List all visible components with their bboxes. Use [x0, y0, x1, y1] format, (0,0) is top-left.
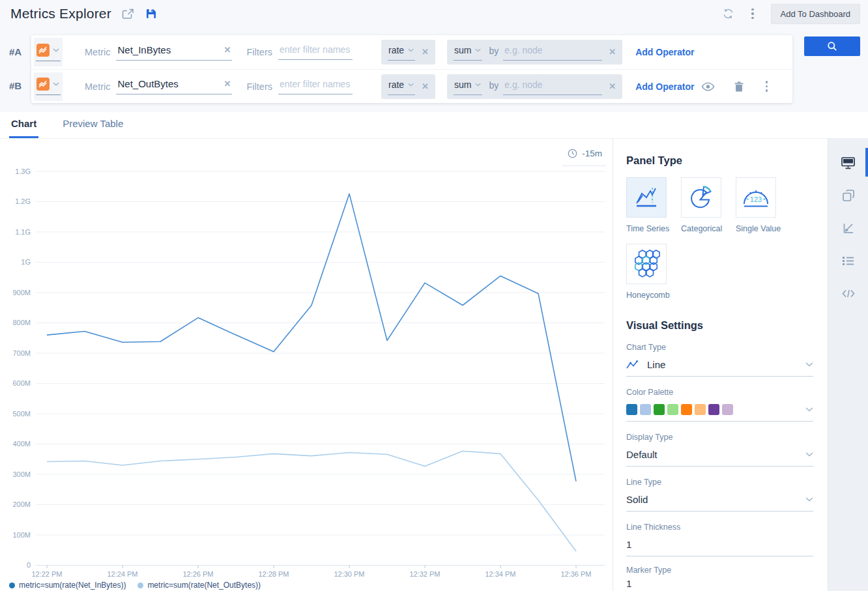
code-icon	[842, 289, 855, 298]
operator-select-a[interactable]: rate	[388, 45, 415, 61]
chevron-down-icon	[475, 48, 481, 52]
rail-display-button[interactable]	[828, 147, 868, 179]
share-button[interactable]	[122, 8, 134, 20]
legend-item-net-outbytes[interactable]: metric=sum(rate(Net_OutBytes))	[137, 581, 261, 590]
save-button[interactable]	[146, 8, 156, 19]
color-palette-label: Color Palette	[626, 388, 813, 397]
chart-toolbar: -15m	[0, 139, 613, 166]
svg-text:12:22 PM: 12:22 PM	[31, 570, 62, 578]
chevron-down-icon	[805, 452, 813, 457]
remove-aggregation-icon[interactable]: ✕	[609, 48, 616, 56]
metric-label: Metric	[85, 47, 110, 57]
metric-value: Net_OutBytes	[117, 78, 178, 89]
aggregation-select-b[interactable]: sum	[454, 79, 482, 95]
by-label: by	[489, 46, 499, 56]
aggregation-select-a[interactable]: sum	[454, 45, 482, 61]
top-bar: Metrics Explorer	[0, 0, 868, 26]
svg-text:12:36 PM: 12:36 PM	[560, 570, 591, 578]
line-thickness-input[interactable]: 1	[626, 539, 813, 556]
list-icon	[842, 256, 854, 266]
display-type-select[interactable]: Default	[626, 449, 813, 467]
filters-input-a[interactable]: enter filter names	[278, 44, 353, 60]
query-row-a: Metric Net_InBytes ✕ Filters enter filte…	[31, 35, 792, 69]
right-icon-rail	[828, 139, 868, 591]
panel-type-time-series-tile[interactable]	[626, 177, 667, 218]
query-row-actions	[701, 79, 771, 93]
remove-operator-icon[interactable]: ✕	[422, 48, 429, 56]
metric-type-select-a[interactable]	[34, 38, 63, 66]
svg-text:1.3G: 1.3G	[15, 167, 31, 175]
svg-text:400M: 400M	[12, 440, 31, 448]
svg-text:12:28 PM: 12:28 PM	[258, 570, 289, 578]
metric-input-b[interactable]: Net_OutBytes ✕	[116, 78, 232, 94]
clear-metric-icon[interactable]: ✕	[224, 79, 231, 88]
metric-value: Net_InBytes	[117, 44, 171, 55]
add-to-dashboard-button[interactable]: Add To Dashboard	[771, 4, 860, 24]
palette-swatch	[708, 404, 719, 415]
query-more-options-button[interactable]	[763, 79, 771, 93]
tab-chart[interactable]: Chart	[9, 118, 38, 138]
line-type-select[interactable]: Solid	[626, 494, 813, 512]
aggregation-chip-a: sum by e.g. node ✕	[447, 40, 622, 65]
operator-chip-rate-a: rate ✕	[381, 40, 435, 65]
refresh-button[interactable]	[722, 8, 734, 20]
save-icon	[146, 8, 156, 19]
delete-query-button[interactable]	[734, 81, 744, 92]
run-query-button[interactable]	[804, 36, 860, 56]
rail-axes-button[interactable]	[828, 212, 868, 244]
chevron-down-icon	[408, 48, 414, 52]
add-operator-link-a[interactable]: Add Operator	[635, 47, 694, 57]
marker-type-input[interactable]: 1	[626, 578, 813, 591]
operator-value: rate	[388, 45, 404, 55]
filters-group-a: Filters enter filter names	[246, 44, 352, 60]
main-content: -15m 1.3G1.2G1.1G1G900M800M700M600M500M4…	[0, 138, 868, 591]
rail-query-code-button[interactable]	[828, 277, 868, 310]
view-tabs: Chart Preview Table	[0, 112, 868, 138]
panel-type-categorical-tile[interactable]	[681, 177, 721, 218]
add-operator-link-b[interactable]: Add Operator	[635, 81, 694, 92]
svg-text:300M: 300M	[12, 470, 31, 478]
svg-text:12:32 PM: 12:32 PM	[409, 570, 440, 578]
timeseries-chart[interactable]: 1.3G1.2G1.1G1G900M800M700M600M500M400M30…	[0, 166, 611, 578]
group-by-input-b[interactable]: e.g. node	[503, 79, 602, 95]
rail-compare-button[interactable]	[828, 179, 868, 212]
metric-type-inner	[36, 78, 61, 95]
panel-type-label: Honeycomb	[626, 291, 681, 300]
search-icon	[827, 41, 837, 51]
panel-type-categorical: Categorical	[681, 177, 736, 233]
share-icon	[122, 8, 134, 20]
tab-preview-table[interactable]: Preview Table	[61, 118, 125, 138]
svg-text:12:30 PM: 12:30 PM	[334, 570, 364, 578]
metric-input-a[interactable]: Net_InBytes ✕	[116, 44, 232, 61]
panel-type-single-value: 123 Single Value	[736, 177, 790, 233]
legend-item-net-inbytes[interactable]: metric=sum(rate(Net_InBytes))	[9, 581, 126, 590]
filters-input-b[interactable]: enter filter names	[278, 79, 353, 94]
operator-select-b[interactable]: rate	[388, 79, 415, 95]
query-row-b: Metric Net_OutBytes ✕ Filters enter filt…	[31, 69, 792, 103]
metric-type-select-b[interactable]	[34, 72, 63, 101]
panel-type-options: Time Series Categorical	[626, 177, 813, 310]
more-options-button[interactable]	[749, 7, 757, 21]
svg-text:12:24 PM: 12:24 PM	[107, 570, 137, 578]
time-range-control[interactable]: -15m	[562, 147, 606, 166]
remove-aggregation-icon[interactable]: ✕	[609, 82, 616, 91]
metric-group-a: Metric Net_InBytes ✕	[85, 44, 232, 61]
group-by-input-a[interactable]: e.g. node	[503, 45, 602, 61]
svg-text:100M: 100M	[12, 531, 31, 539]
query-id-column: #A #B	[9, 35, 31, 103]
remove-operator-icon[interactable]: ✕	[422, 82, 429, 91]
page-title: Metrics Explorer	[10, 6, 111, 22]
panel-type-honeycomb-tile[interactable]	[626, 244, 667, 284]
hide-query-button[interactable]	[701, 82, 715, 91]
rail-legend-button[interactable]	[828, 244, 868, 277]
display-type-value: Default	[626, 449, 658, 460]
panel-type-single-value-tile[interactable]: 123	[736, 177, 776, 218]
chart-type-select[interactable]: Line	[626, 359, 813, 377]
visual-settings-title: Visual Settings	[626, 319, 813, 332]
chevron-down-icon	[408, 83, 414, 87]
color-palette-select[interactable]	[626, 404, 813, 422]
svg-text:12:26 PM: 12:26 PM	[182, 570, 213, 578]
svg-text:800M: 800M	[12, 319, 31, 326]
legend-dot	[137, 583, 143, 588]
clear-metric-icon[interactable]: ✕	[224, 46, 231, 54]
